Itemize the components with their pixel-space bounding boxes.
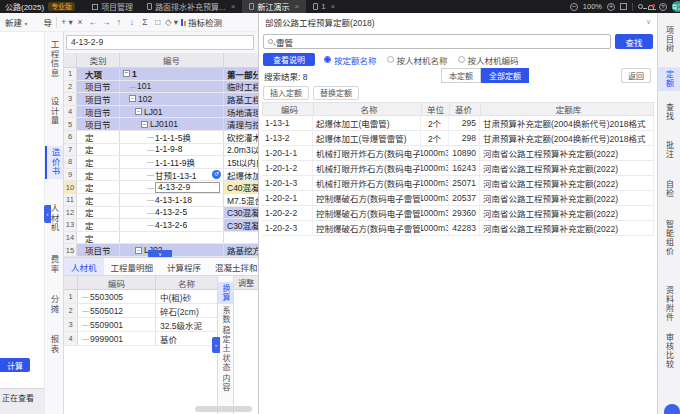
sidebar-item-造价书[interactable]: 造价书 <box>45 146 63 179</box>
tab-系数[interactable]: 系数 <box>218 304 233 326</box>
resource-row[interactable]: 4—9999001基价 <box>64 332 217 346</box>
conversion-badge-icon[interactable]: ↺ <box>212 170 221 179</box>
code-edit-input[interactable]: 4-13-2-9 <box>155 182 220 193</box>
sidebar-item-分摊[interactable]: 分摊 <box>45 293 63 316</box>
tab-状态[interactable]: 状态 <box>218 352 233 374</box>
action-button-插入定额[interactable]: 插入定额 <box>263 86 309 100</box>
bell-icon[interactable] <box>648 5 654 10</box>
table-row[interactable]: 7定—1-1-9-82.0m3以内挖 <box>64 144 258 157</box>
arrow-right-icon[interactable]: → <box>100 17 112 27</box>
close-icon[interactable]: × <box>331 2 336 11</box>
right-tab-项目树[interactable]: 项目树 <box>658 23 680 56</box>
sum-icon[interactable]: Σ <box>139 17 151 27</box>
search-result-row[interactable]: 1-20-2-3控制爆破石方(数码电子雷管) 坚石1000m342283河南省公… <box>262 221 654 236</box>
radio-按人材机编码[interactable]: 按人材机编码 <box>458 54 519 66</box>
right-tab-查找[interactable]: 查找 <box>658 100 680 124</box>
titlebar-tab[interactable]: 1× <box>306 0 342 13</box>
right-tab-审核比较[interactable]: 审核比较 <box>658 330 680 372</box>
tab-工程量明细[interactable]: 工程量明细 <box>104 258 161 275</box>
help-icon[interactable]: ? <box>659 3 667 11</box>
view-description-button[interactable]: 查看说明 <box>263 53 315 66</box>
bookmark-icon[interactable]: □ <box>152 17 164 27</box>
back-button[interactable]: 返回 <box>621 68 651 83</box>
tab-计算程序[interactable]: 计算程序 <box>160 258 208 275</box>
tab-稳定土[interactable]: 稳定土 <box>218 324 233 355</box>
expander-icon[interactable]: − <box>129 95 136 102</box>
arrow-down-icon[interactable]: ↓ <box>126 17 138 27</box>
code-input[interactable]: 4-13-2-9 <box>66 35 254 50</box>
action-button-替换定额[interactable]: 替换定额 <box>313 86 359 100</box>
right-tab-定额[interactable]: 定额 <box>658 67 680 91</box>
resource-row[interactable]: 3—550900132.5级水泥 <box>64 318 217 332</box>
sidebar-item-报表[interactable]: 报表 <box>45 333 63 356</box>
table-row[interactable]: 1大项−1第一部分 建 <box>64 68 258 81</box>
assistant-float-button[interactable] <box>664 404 680 414</box>
search-result-row[interactable]: 1-13-2起爆体加工(导爆管雷管)2个298甘肃预算补充定额(2004换新代号… <box>262 131 654 146</box>
collapse-grid-handle[interactable]: ∨ <box>148 250 172 257</box>
sidebar-item-工程信息[interactable]: 工程信息 <box>45 38 63 80</box>
table-row[interactable]: 5项目节−LJ0101清理与挖除 <box>64 118 258 131</box>
right-tab-自检[interactable]: 自检 <box>658 177 680 201</box>
table-row[interactable]: 13定—4-13-2-6C30混凝土 <box>64 219 258 232</box>
fullscreen-icon[interactable] <box>620 3 627 10</box>
search-result-row[interactable]: 1-20-1-3机械打眼开炸石方(数码电子雷管) 坚石1000m325071河南… <box>262 176 654 191</box>
expander-icon[interactable]: − <box>135 108 142 115</box>
expander-icon[interactable]: − <box>123 70 130 77</box>
zoom-out-icon[interactable]: − <box>570 3 578 11</box>
expander-icon[interactable]: − <box>141 121 148 128</box>
export-button[interactable]: 导 <box>43 16 52 28</box>
indicator-check-button[interactable]: 指标检测 <box>181 16 222 28</box>
titlebar-tab[interactable]: 项目管理 <box>85 0 140 13</box>
table-row[interactable]: 10定—4-13-2-9C40混凝土 <box>64 181 258 194</box>
tab-换算[interactable]: 换算 <box>218 282 233 304</box>
titlebar-tab[interactable]: 路面排水补充预算...× <box>140 0 242 13</box>
right-tab-智能组价[interactable]: 智能组价 <box>658 217 680 259</box>
table-row[interactable]: 8定—1-1-11-9换15t以内自卸 <box>64 156 258 169</box>
collapse-bottom-handle[interactable]: › <box>212 337 220 353</box>
search-result-row[interactable]: 1-13-1起爆体加工(电雷管)2个295甘肃预算补充定额(2004换新代号)2… <box>262 116 654 131</box>
right-tab-资料附件[interactable]: 资料附件 <box>658 283 680 325</box>
close-icon[interactable]: × <box>294 2 299 11</box>
sidebar-item-费率[interactable]: 费率 <box>45 253 63 276</box>
horizontal-scrollbar[interactable] <box>195 406 252 412</box>
zoom-in-icon[interactable]: + <box>607 3 615 11</box>
tab-人材机[interactable]: 人材机 <box>64 258 104 275</box>
add-dropdown-icon[interactable]: + ▾ <box>61 17 73 27</box>
titlebar-tab[interactable]: 新江演示× <box>242 0 306 13</box>
avatar[interactable]: 肖江 <box>672 1 680 12</box>
new-button[interactable]: 新建 ▾ <box>5 16 27 28</box>
collapse-left-handle[interactable]: ‹ <box>44 205 51 223</box>
table-row[interactable]: 9定—甘预1-13-1↺起爆体加工 <box>64 169 258 182</box>
tool-dropdown-icon[interactable]: ◇ ▾ <box>165 17 177 27</box>
delete-icon[interactable]: × <box>74 17 86 27</box>
table-row[interactable]: 6定—1-1-1-5换砍挖灌木林 <box>64 131 258 144</box>
close-icon[interactable]: × <box>231 2 236 11</box>
expander-icon[interactable]: − <box>135 247 142 254</box>
radio-按定额名称[interactable]: 按定额名称 <box>324 54 377 66</box>
resource-row[interactable]: 1—5503005中(粗)砂 <box>64 290 217 304</box>
right-tab-批注[interactable]: 批注 <box>658 138 680 162</box>
table-row[interactable]: 11定—4-13-1-18M7.5混合砂浆 <box>64 194 258 207</box>
search-result-row[interactable]: 1-20-1-2机械打眼开炸石方(数码电子雷管) 次坚石1000m316243河… <box>262 161 654 176</box>
search-result-row[interactable]: 1-20-1-1机械打眼开炸石方(数码电子雷管) 软石1000m310890河南… <box>262 146 654 161</box>
search-result-row[interactable]: 1-20-2-1控制爆破石方(数码电子雷管) 软石1000m320537河南省公… <box>262 191 654 206</box>
calculate-button[interactable]: 计算 <box>0 358 30 372</box>
table-row[interactable]: 2项目节—101临时工程 <box>64 81 258 94</box>
table-row[interactable]: 14定 <box>64 232 258 245</box>
resource-row[interactable]: 2—5505012碎石(2cm) <box>64 304 217 318</box>
search-input[interactable]: 雷管 <box>263 34 611 49</box>
tab-混凝土拌和[interactable]: 混凝土拌和 <box>208 258 265 275</box>
table-row[interactable]: 3项目节−102路基工程 <box>64 93 258 106</box>
scope-button-全部定额[interactable]: 全部定额 <box>481 68 529 83</box>
arrow-up-icon[interactable]: ↑ <box>113 17 125 27</box>
tab-内容[interactable]: 内容 <box>218 372 233 394</box>
table-row[interactable]: 12定—4-13-2-5C30混凝土 <box>64 207 258 220</box>
find-button[interactable]: 查找 <box>615 34 653 49</box>
search-result-row[interactable]: 1-20-2-2控制爆破石方(数码电子雷管) 次坚石1000m329360河南省… <box>262 206 654 221</box>
arrow-left-icon[interactable]: ← <box>87 17 99 27</box>
library-select[interactable]: 部颁公路工程预算定额(2018) ∨ <box>259 13 657 31</box>
key-icon[interactable] <box>638 4 643 9</box>
scope-button-本定额[interactable]: 本定额 <box>441 68 481 83</box>
table-row[interactable]: 4项目节−LJ01场地清理 <box>64 106 258 119</box>
sidebar-item-设计量[interactable]: 设计量 <box>45 95 63 128</box>
